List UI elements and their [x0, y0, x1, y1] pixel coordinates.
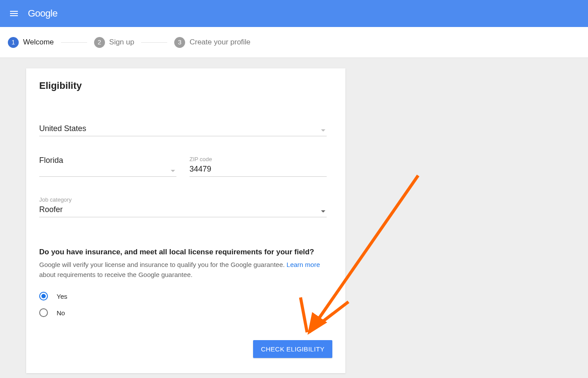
step-number-2: 2	[94, 37, 105, 48]
zip-value: 34479	[189, 165, 327, 174]
radio-yes[interactable]: Yes	[39, 292, 332, 300]
google-logo: Google	[28, 8, 57, 19]
radio-icon-unselected	[39, 308, 48, 317]
country-select[interactable]: United States	[39, 124, 327, 136]
step-welcome[interactable]: 1 Welcome	[8, 37, 54, 48]
step-label-welcome: Welcome	[23, 38, 54, 47]
insurance-radio-group: Yes No	[39, 292, 332, 317]
job-category-select[interactable]: Job category Roofer	[39, 196, 327, 217]
menu-icon[interactable]	[9, 8, 19, 19]
step-label-profile: Create your profile	[189, 38, 250, 47]
state-select[interactable]: Florida	[39, 156, 176, 177]
step-profile[interactable]: 3 Create your profile	[174, 37, 250, 48]
top-bar: Google	[0, 0, 588, 27]
step-number-1: 1	[8, 37, 19, 48]
radio-no-label: No	[57, 309, 65, 317]
eligibility-card: Eligibility United States Florida ZIP co…	[26, 68, 345, 373]
check-eligibility-button[interactable]: CHECK ELIGIBILITY	[253, 340, 332, 358]
radio-no[interactable]: No	[39, 308, 332, 317]
chevron-down-icon	[321, 210, 325, 213]
job-category-label: Job category	[39, 196, 327, 203]
country-value: United States	[39, 124, 327, 133]
step-divider	[61, 42, 87, 43]
step-number-3: 3	[174, 37, 185, 48]
stepper-bar: 1 Welcome 2 Sign up 3 Create your profil…	[0, 27, 588, 58]
zip-field[interactable]: ZIP code 34479	[189, 156, 327, 177]
chevron-down-icon	[321, 129, 325, 132]
radio-yes-label: Yes	[57, 293, 67, 300]
card-title: Eligibility	[39, 80, 332, 91]
insurance-question: Do you have insurance, and meet all loca…	[39, 248, 332, 317]
radio-icon-selected	[39, 292, 48, 300]
learn-more-link[interactable]: Learn more	[287, 261, 320, 268]
zip-label: ZIP code	[189, 156, 327, 162]
state-value: Florida	[39, 156, 176, 165]
step-label-signup: Sign up	[109, 38, 135, 47]
chevron-down-icon	[171, 170, 175, 172]
step-divider	[141, 42, 167, 43]
job-category-value: Roofer	[39, 205, 327, 214]
content-area: Eligibility United States Florida ZIP co…	[0, 58, 588, 373]
question-title: Do you have insurance, and meet all loca…	[39, 248, 332, 256]
step-signup[interactable]: 2 Sign up	[94, 37, 135, 48]
question-description: Google will verify your license and insu…	[39, 260, 332, 280]
